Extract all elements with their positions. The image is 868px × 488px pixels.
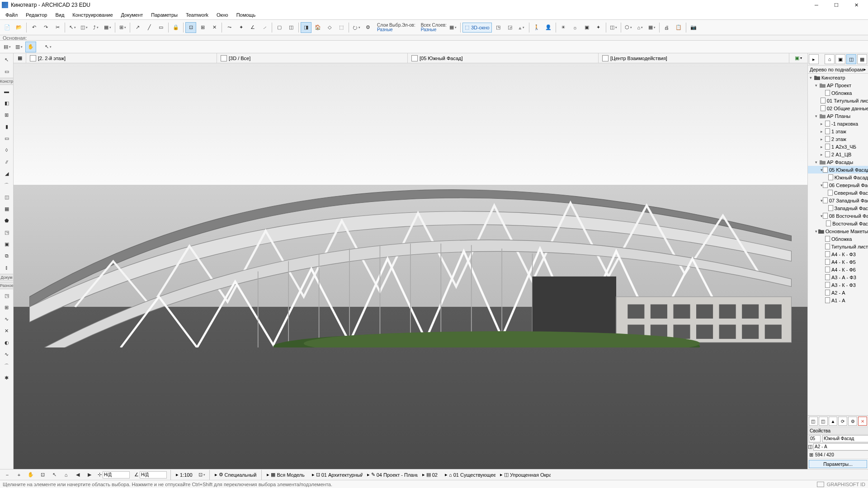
release-button[interactable]: ⚙ <box>363 22 373 33</box>
coord1-input[interactable] <box>103 471 130 479</box>
tree-item[interactable]: ▸1 этаж <box>808 127 868 135</box>
tree-item[interactable]: ▾АР Планы <box>808 112 868 120</box>
tree-item[interactable]: Восточный Фас <box>808 220 868 227</box>
poly-icon[interactable]: ∿ <box>1 349 12 360</box>
bot-home-button[interactable]: ⌂ <box>61 469 71 480</box>
view3-button[interactable]: ✕ <box>209 22 220 33</box>
reserve-button[interactable]: ⭮ <box>351 22 362 33</box>
window-icon[interactable]: ⊞ <box>1 109 12 120</box>
tree-item[interactable]: Обложка <box>808 89 868 97</box>
nav-pub-button[interactable]: ▦ <box>857 54 867 64</box>
arrow-icon[interactable]: ↖ <box>1 54 12 65</box>
expand-icon[interactable]: ▾ <box>815 160 820 164</box>
wall-icon[interactable]: ▬ <box>1 86 12 97</box>
section-button[interactable]: ◫ <box>608 22 619 33</box>
arrow-tool-button[interactable]: ↖ <box>67 22 78 33</box>
column-icon[interactable]: ▮ <box>1 121 12 132</box>
prop-refresh-button[interactable]: ⟳ <box>838 417 847 426</box>
crop-button[interactable]: ▢ <box>274 22 285 33</box>
qt-filter1-button[interactable]: ▤ <box>2 42 13 52</box>
door-icon[interactable]: ◧ <box>1 98 12 108</box>
3d-perspective-button[interactable]: ⟁ <box>516 22 527 33</box>
prop-delete-button[interactable]: ✕ <box>858 417 867 426</box>
menu-вид[interactable]: Вид <box>52 11 68 19</box>
spline-icon[interactable]: ∿ <box>1 314 12 324</box>
fig-icon[interactable]: ◐ <box>1 337 12 348</box>
menu-конструирование[interactable]: Конструирование <box>69 11 116 19</box>
combo3[interactable]: ▸⊡01 Архитектурный ... <box>309 471 363 479</box>
parameters-button[interactable]: Параметры... <box>809 460 867 468</box>
tree-item[interactable]: ▸-1 парковка <box>808 120 868 127</box>
view-tab-1[interactable]: [3D / Все]× <box>217 53 408 63</box>
highlight-button[interactable]: ◨ <box>301 22 311 33</box>
tab-list-button[interactable]: ▦ <box>14 53 26 63</box>
trace-button[interactable]: ◫ <box>79 22 90 33</box>
bot-zoom-out-button[interactable]: − <box>2 469 13 480</box>
explore-button[interactable]: 👤 <box>543 22 554 33</box>
minimize-button[interactable]: ─ <box>807 0 826 10</box>
expand-icon[interactable]: ▸ <box>821 122 825 126</box>
expand-icon[interactable]: ▸ <box>821 129 825 134</box>
view-mode-button[interactable]: ⬚3D-окно <box>462 23 492 33</box>
3d-cube2-button[interactable]: ◲ <box>505 22 515 33</box>
tree-item[interactable]: ▾Кинотеатр <box>808 74 868 81</box>
menu-окно[interactable]: Окно <box>213 11 232 19</box>
zone-icon[interactable]: ▣ <box>1 239 12 249</box>
combo6[interactable]: ▸⌂01 Существующее с... <box>442 471 496 479</box>
coord2-input[interactable] <box>140 471 167 479</box>
open-button[interactable]: 📂 <box>14 22 24 33</box>
prop-up-button[interactable]: ▲ <box>829 417 838 426</box>
line-tool-button[interactable]: ╱ <box>144 22 155 33</box>
expand-icon[interactable]: ▾ <box>815 229 818 234</box>
tree-item[interactable]: ▾Основные Макеты <box>808 227 868 235</box>
3d-viewport[interactable] <box>14 63 807 469</box>
combo7[interactable]: ▸◫Упрощенная Окрас... <box>497 471 551 479</box>
tree-item[interactable]: ▾06 Северный Фасад <box>808 181 868 189</box>
qt-arrow-button[interactable]: ↖ <box>42 42 53 52</box>
grid-button[interactable]: ⊞ <box>117 22 128 33</box>
mesh-icon[interactable]: ⧉ <box>1 250 12 261</box>
tree-item[interactable]: Северный Фас <box>808 189 868 197</box>
tree-item[interactable]: Обложка <box>808 235 868 243</box>
expand-icon[interactable]: ▸ <box>821 145 825 149</box>
nav-pop-button[interactable]: ▸ <box>809 54 819 64</box>
qt-hand-button[interactable]: ✋ <box>25 42 36 52</box>
walk-button[interactable]: 🚶 <box>531 22 542 33</box>
sun1-button[interactable]: ☀ <box>558 22 569 33</box>
offset-button[interactable]: ◫ <box>286 22 297 33</box>
stair-icon[interactable]: ⫽ <box>1 156 12 167</box>
filter-button[interactable]: ◇ <box>324 22 335 33</box>
bot-next-button[interactable]: ▶ <box>84 469 95 480</box>
tree-item[interactable]: А2 - А <box>808 289 868 296</box>
camera-button[interactable]: ▣ <box>581 22 592 33</box>
transparent-button[interactable]: ⬚ <box>336 22 347 33</box>
prop-id-name-input[interactable] <box>822 435 868 442</box>
menu-документ[interactable]: Документ <box>118 11 147 19</box>
bot-hand-button[interactable]: ✋ <box>25 469 36 480</box>
bot-fit-button[interactable]: ⊡ <box>37 469 48 480</box>
combo1[interactable]: ▸⚙Специальный <box>212 471 260 479</box>
tree-item[interactable]: А4 - К - Ф3 <box>808 250 868 258</box>
qt-filter2-button[interactable]: ▥ <box>14 42 24 52</box>
prop-new-button[interactable]: ◫ <box>809 417 818 426</box>
tree-item[interactable]: ▾АР Фасады <box>808 158 868 166</box>
view2-button[interactable]: ⊞ <box>197 22 208 33</box>
slab-icon[interactable]: ◊ <box>1 145 12 155</box>
hotspot-icon[interactable]: ✕ <box>1 325 12 336</box>
tree-item[interactable]: Южный Фасад <box>808 174 868 181</box>
maximize-button[interactable]: ☐ <box>826 0 846 10</box>
view-tab-2[interactable]: [05 Южный Фасад]× <box>408 53 599 63</box>
close-button[interactable]: ✕ <box>846 0 866 10</box>
prop-settings-button[interactable]: ⚙ <box>848 417 857 426</box>
group-button[interactable]: ▦ <box>102 22 113 33</box>
tree-item[interactable]: А4 - К - Ф5 <box>808 258 868 266</box>
prop-id-num-input[interactable] <box>809 435 821 442</box>
shell-icon[interactable]: ⌒ <box>1 180 12 191</box>
menu-параметры[interactable]: Параметры <box>147 11 181 19</box>
nav-proj-button[interactable]: ⌂ <box>825 54 835 64</box>
nav-mode-row[interactable]: Дерево по поднаборам▸ <box>808 66 868 74</box>
tree-item[interactable]: А1 - А <box>808 296 868 304</box>
bot-prev-button[interactable]: ◀ <box>72 469 83 480</box>
3d-cube1-button[interactable]: ◳ <box>493 22 504 33</box>
redo-button[interactable]: ↷ <box>40 22 51 33</box>
